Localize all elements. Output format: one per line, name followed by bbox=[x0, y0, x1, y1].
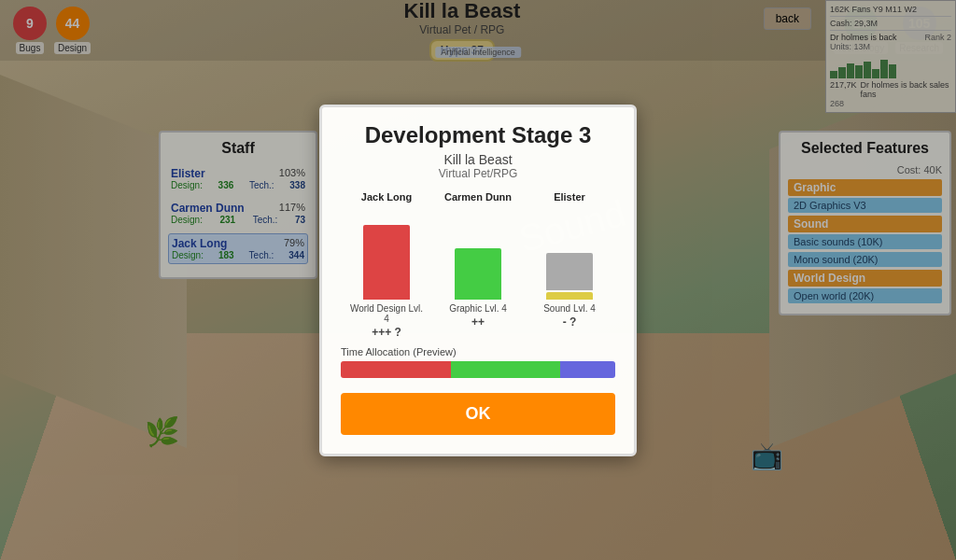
contrib-level-elister: Sound Lvl. 4 bbox=[543, 303, 596, 314]
time-seg-red bbox=[341, 361, 451, 378]
time-alloc-label: Time Allocation (Preview) bbox=[341, 346, 615, 357]
contributor-section: Jack Long World Design Lvl. 4 +++ ? Carm… bbox=[341, 191, 615, 339]
contrib-jack: Jack Long World Design Lvl. 4 +++ ? bbox=[347, 191, 427, 339]
contrib-name-jack: Jack Long bbox=[361, 191, 412, 203]
contrib-bar-elister bbox=[546, 206, 593, 300]
contrib-score-jack: +++ ? bbox=[372, 326, 401, 339]
time-seg-green bbox=[451, 361, 561, 378]
bar-jack-red bbox=[363, 225, 410, 300]
time-alloc-bar bbox=[341, 361, 615, 378]
contrib-score-carmen: ++ bbox=[471, 315, 485, 329]
bar-elister-gray bbox=[546, 253, 593, 290]
ok-button[interactable]: OK bbox=[341, 393, 615, 435]
contrib-bar-carmen bbox=[455, 206, 501, 300]
time-seg-blue bbox=[560, 361, 615, 378]
contrib-bar-jack bbox=[363, 206, 410, 300]
bar-elister-yellow bbox=[546, 292, 593, 300]
contrib-level-carmen: Graphic Lvl. 4 bbox=[449, 303, 507, 314]
bar-carmen-green bbox=[455, 248, 501, 300]
contrib-score-elister: - ? bbox=[563, 315, 577, 329]
development-modal: Development Stage 3 Kill la Beast Virtua… bbox=[319, 105, 637, 456]
contrib-carmen: Carmen Dunn Graphic Lvl. 4 ++ bbox=[439, 191, 518, 339]
contrib-name-elister: Elister bbox=[554, 191, 585, 203]
modal-overlay: Development Stage 3 Kill la Beast Virtua… bbox=[0, 0, 956, 560]
contrib-elister: Elister Sound Lvl. 4 - ? bbox=[530, 191, 610, 339]
modal-title: Development Stage 3 bbox=[341, 122, 615, 148]
modal-game-name: Kill la Beast bbox=[341, 152, 615, 167]
contrib-level-jack: World Design Lvl. 4 bbox=[347, 303, 427, 324]
contrib-name-carmen: Carmen Dunn bbox=[444, 191, 512, 203]
modal-genre: Virtual Pet/RPG bbox=[341, 167, 615, 180]
